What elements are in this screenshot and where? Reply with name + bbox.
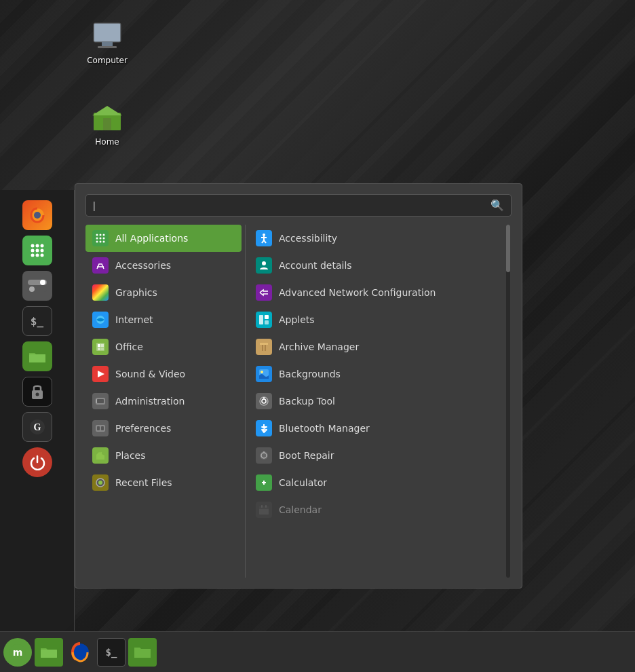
graphics-icon (92, 284, 109, 301)
right-column: Accessibility Account details (249, 225, 512, 578)
taskbar: m $_ (0, 631, 635, 672)
menu-item-places[interactable]: Places (85, 442, 242, 469)
svg-rect-1 (94, 24, 120, 41)
menu-item-all-applications[interactable]: All Applications (85, 225, 242, 252)
menu-item-advanced-network[interactable]: Advanced Network Configuration (249, 279, 512, 306)
svg-rect-9 (104, 110, 110, 115)
svg-rect-62 (265, 315, 269, 319)
svg-rect-65 (260, 343, 268, 345)
svg-rect-25 (29, 354, 45, 362)
svg-rect-52 (101, 426, 104, 430)
sidebar-icon-lock[interactable] (22, 377, 52, 407)
svg-point-12 (31, 244, 34, 248)
svg-rect-43 (101, 344, 104, 347)
left-column: All Applications Accessories Graphics (85, 225, 242, 578)
svg-rect-3 (98, 46, 117, 48)
svg-rect-83 (41, 650, 57, 658)
calendar-icon (256, 502, 272, 518)
accessibility-icon (256, 230, 272, 246)
svg-rect-2 (102, 42, 113, 46)
menu-item-preferences[interactable]: Preferences (85, 415, 242, 442)
computer-icon-label: Computer (87, 56, 128, 65)
scrollbar-thumb[interactable] (506, 225, 510, 272)
svg-point-13 (35, 244, 39, 248)
recent-files-icon (92, 474, 109, 491)
all-applications-label: All Applications (115, 233, 188, 244)
taskbar-firefox[interactable] (66, 638, 94, 667)
taskbar-terminal[interactable]: $_ (97, 638, 126, 667)
menu-item-boot-repair[interactable]: Boot Repair (249, 442, 512, 469)
menu-columns: All Applications Accessories Graphics (85, 225, 512, 578)
sidebar-icon-apps[interactable] (22, 236, 52, 265)
archive-manager-icon (256, 339, 272, 355)
boot-repair-icon (256, 447, 272, 464)
accessories-icon (92, 257, 109, 274)
svg-rect-78 (259, 506, 269, 509)
svg-marker-46 (98, 371, 104, 377)
svg-point-27 (35, 393, 39, 396)
sidebar: $_ G (0, 190, 75, 631)
svg-point-32 (103, 234, 105, 236)
taskbar-mint-menu[interactable]: m (3, 638, 32, 667)
svg-point-38 (103, 241, 105, 243)
svg-point-60 (262, 261, 266, 265)
calendar-label: Calendar (279, 504, 322, 515)
menu-item-administration[interactable]: Administration (85, 388, 242, 415)
menu-item-backup-tool[interactable]: Backup Tool (249, 388, 512, 415)
menu-item-sound-video[interactable]: Sound & Video (85, 360, 242, 388)
menu-item-calculator[interactable]: Calculator (249, 469, 512, 496)
advanced-network-icon (256, 284, 272, 301)
sidebar-icon-toggle[interactable] (22, 271, 52, 301)
scrollbar-track[interactable] (506, 225, 510, 578)
svg-point-30 (96, 234, 98, 236)
desktop-icon-home[interactable]: Home (80, 102, 134, 147)
menu-item-internet[interactable]: Internet (85, 306, 242, 333)
menu-item-applets[interactable]: Applets (249, 306, 512, 333)
advanced-network-label: Advanced Network Configuration (279, 287, 436, 298)
boot-repair-label: Boot Repair (279, 450, 334, 461)
menu-item-bluetooth-manager[interactable]: Bluetooth Manager (249, 415, 512, 442)
search-button[interactable]: 🔍 (490, 199, 504, 212)
svg-point-36 (96, 241, 98, 243)
svg-point-35 (103, 238, 105, 240)
menu-item-graphics[interactable]: Graphics (85, 279, 242, 306)
internet-label: Internet (115, 314, 153, 325)
svg-point-55 (263, 234, 265, 236)
svg-line-59 (264, 240, 266, 243)
sidebar-icon-firefox[interactable] (22, 200, 52, 230)
backgrounds-icon (256, 366, 272, 382)
sound-video-icon (92, 366, 109, 382)
sidebar-icon-folder[interactable] (22, 341, 52, 371)
office-label: Office (115, 341, 143, 352)
menu-item-account-details[interactable]: Account details (249, 252, 512, 279)
calculator-icon (256, 474, 272, 491)
sidebar-icon-terminal[interactable]: $_ (22, 306, 52, 336)
search-input[interactable] (93, 200, 490, 211)
svg-point-15 (31, 249, 34, 253)
menu-item-office[interactable]: Office (85, 333, 242, 360)
sidebar-icon-power[interactable] (22, 447, 52, 477)
desktop-icon-computer[interactable]: Computer (80, 20, 134, 65)
taskbar-file-manager[interactable] (35, 638, 63, 667)
sidebar-icon-gimp[interactable]: G (22, 412, 52, 442)
preferences-label: Preferences (115, 423, 171, 434)
svg-point-54 (98, 481, 102, 485)
backup-tool-icon (256, 393, 272, 409)
internet-icon (92, 312, 109, 328)
svg-point-71 (262, 399, 266, 403)
preferences-icon (92, 420, 109, 436)
all-applications-icon (92, 230, 109, 246)
administration-label: Administration (115, 396, 185, 407)
svg-rect-8 (103, 118, 111, 130)
menu-item-recent-files[interactable]: Recent Files (85, 469, 242, 496)
menu-item-accessories[interactable]: Accessories (85, 252, 242, 279)
taskbar-folder[interactable] (128, 638, 157, 667)
menu-item-archive-manager[interactable]: Archive Manager (249, 333, 512, 360)
svg-point-24 (29, 286, 35, 292)
svg-point-18 (31, 254, 34, 257)
computer-icon-image (91, 20, 123, 53)
svg-rect-80 (265, 505, 267, 508)
menu-item-accessibility[interactable]: Accessibility (249, 225, 512, 252)
menu-item-backgrounds[interactable]: Backgrounds (249, 360, 512, 388)
menu-popup: 🔍 All Applications (75, 183, 522, 589)
